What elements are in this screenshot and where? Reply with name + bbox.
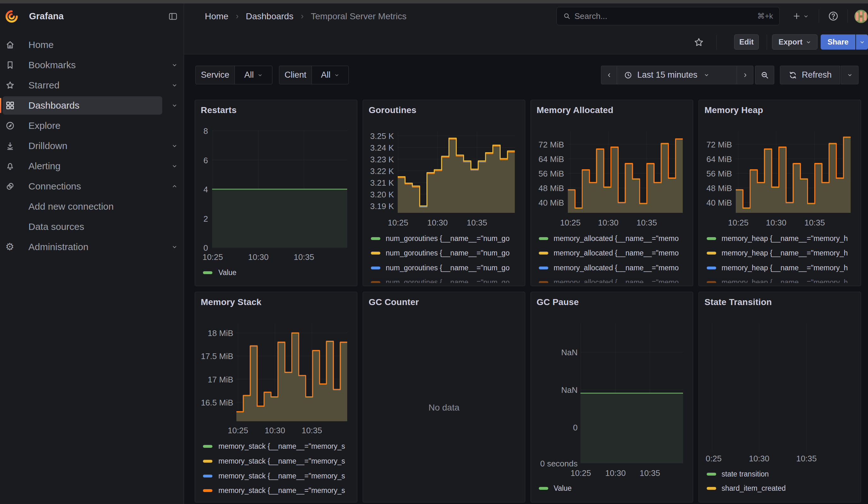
sidebar-item-label: Drilldown xyxy=(28,141,67,151)
breadcrumb-item[interactable]: Temporal Server Metrics xyxy=(311,11,406,21)
time-back-button[interactable] xyxy=(601,66,617,84)
y-axis-label: 64 MiB xyxy=(699,155,732,164)
legend-series-label: state transition xyxy=(722,470,769,479)
legend-series-label: num_goroutines {__name__="num_go xyxy=(386,234,509,243)
breadcrumb-item[interactable]: Dashboards xyxy=(246,11,293,21)
refresh-icon xyxy=(788,71,797,80)
service-filter-select[interactable]: All xyxy=(235,66,272,84)
legend-item[interactable]: memory_allocated {__name__="memo xyxy=(539,249,690,258)
legend-item[interactable]: memory_heap {__name__="memory_h xyxy=(707,249,858,258)
chevron-down-icon[interactable] xyxy=(172,143,177,149)
star-icon xyxy=(6,81,15,90)
legend-item[interactable]: Value xyxy=(539,484,690,493)
chevron-down-icon[interactable] xyxy=(172,244,177,250)
dashboard-toolbar xyxy=(184,29,868,54)
export-button[interactable]: Export xyxy=(772,34,817,50)
sidebar-item-bookmarks[interactable]: Bookmarks xyxy=(2,56,162,74)
legend-item[interactable]: Value xyxy=(203,268,354,277)
search-shortcut: ⌘+k xyxy=(757,12,773,21)
x-axis-label: 10:25 xyxy=(548,218,592,227)
sidebar-item-label: Explore xyxy=(28,120,61,131)
window-top-strip xyxy=(0,0,868,3)
share-button[interactable]: Share xyxy=(821,34,855,50)
legend-item[interactable]: num_goroutines {__name__="num_go xyxy=(371,249,522,258)
legend-item[interactable]: memory_stack {__name__="memory_s xyxy=(203,486,354,495)
panel-title[interactable]: GC Counter xyxy=(369,297,419,307)
legend-series-label: memory_allocated {__name__="memo xyxy=(554,249,679,257)
client-filter-value: All xyxy=(321,70,330,80)
breadcrumb-item[interactable]: Home xyxy=(205,11,228,21)
search-input[interactable]: Search...⌘+k xyxy=(557,7,779,25)
sidebar-item-home[interactable]: Home xyxy=(2,36,162,54)
x-axis-label: 10:35 xyxy=(282,253,326,261)
sidebar-item-drilldown[interactable]: Drilldown xyxy=(2,137,162,155)
toolbar-divider xyxy=(716,35,717,50)
refresh-button[interactable]: Refresh xyxy=(780,66,840,84)
legend-item[interactable]: num_goroutines {__name__="num_go xyxy=(371,263,522,272)
x-axis-label: 10:35 xyxy=(624,218,669,227)
legend-series-color xyxy=(539,267,548,269)
legend-item[interactable]: memory_stack {__name__="memory_s xyxy=(203,442,354,451)
dock-menu-icon[interactable] xyxy=(168,12,178,21)
legend-series-color xyxy=(707,252,716,255)
sidebar-item-connections[interactable]: Connections xyxy=(2,177,162,195)
star-dashboard-button[interactable] xyxy=(693,37,704,48)
breadcrumb-separator-icon xyxy=(300,14,305,19)
legend-item[interactable]: shard_item_created xyxy=(707,484,858,493)
chevron-down-icon[interactable] xyxy=(172,163,177,169)
legend-series-label: memory_stack {__name__="memory_s xyxy=(218,472,345,480)
y-axis-label: 40 MiB xyxy=(531,198,564,207)
legend-item[interactable]: memory_allocated {__name__="memo xyxy=(539,263,690,272)
sidebar-item-dashboards[interactable]: Dashboards xyxy=(2,96,162,115)
sidebar-item-explore[interactable]: Explore xyxy=(2,116,162,135)
x-axis-label: 10:35 xyxy=(455,218,499,227)
sidebar-item-administration[interactable]: ⚙Administration xyxy=(2,238,162,256)
chevron-down-icon[interactable] xyxy=(172,62,177,68)
y-axis-label: 6 xyxy=(195,156,208,165)
legend-series-label: memory_stack {__name__="memory_s xyxy=(218,486,345,495)
header-divider xyxy=(184,3,184,29)
chevron-down-icon[interactable] xyxy=(172,82,177,88)
sidebar-item-add-new-connection[interactable]: Add new connection xyxy=(2,197,162,216)
add-button[interactable] xyxy=(788,9,813,24)
legend-item[interactable]: memory_stack {__name__="memory_s xyxy=(203,457,354,465)
legend-item[interactable]: num_goroutines {__name__="num_go xyxy=(371,234,522,243)
x-axis-label: 10:30 xyxy=(737,454,781,463)
grafana-logo[interactable] xyxy=(4,9,19,24)
sidebar-item-alerting[interactable]: Alerting xyxy=(2,157,162,175)
legend-item[interactable]: state transition xyxy=(707,470,858,479)
time-forward-button[interactable] xyxy=(737,66,753,84)
chevron-down-icon xyxy=(847,72,852,78)
legend-series-label: memory_allocated {__name__="memo xyxy=(554,264,679,272)
y-axis-label: 64 MiB xyxy=(531,155,564,164)
brand-name: Grafana xyxy=(29,11,64,21)
x-axis-label: 10:35 xyxy=(793,218,837,227)
clock-icon xyxy=(624,71,632,79)
legend-item[interactable]: memory_heap {__name__="memory_h xyxy=(707,234,858,243)
legend-series-color xyxy=(203,489,213,492)
apps-icon xyxy=(6,101,15,110)
legend-series-color xyxy=(203,271,213,274)
sidebar-item-data-sources[interactable]: Data sources xyxy=(2,218,162,236)
sidebar-item-starred[interactable]: Starred xyxy=(2,76,162,94)
zoom-out-button[interactable] xyxy=(755,66,774,84)
search-icon xyxy=(563,12,571,20)
time-range-picker[interactable]: Last 15 minutes xyxy=(617,66,737,84)
chevron-right-icon xyxy=(742,72,748,78)
chevron-up-icon[interactable] xyxy=(172,184,177,189)
legend-item[interactable]: memory_allocated {__name__="memo xyxy=(539,234,690,243)
share-menu-button[interactable] xyxy=(856,34,868,50)
y-axis-label: 40 MiB xyxy=(699,198,732,207)
y-axis-label: 3.20 K xyxy=(363,190,394,199)
chevron-down-icon[interactable] xyxy=(172,103,177,108)
legend-item[interactable]: memory_heap {__name__="memory_h xyxy=(707,263,858,272)
legend-series-color xyxy=(371,237,380,240)
legend-item[interactable]: memory_stack {__name__="memory_s xyxy=(203,472,354,480)
refresh-interval-button[interactable] xyxy=(841,66,859,84)
panel-restarts: Restarts8642010:2510:3010:35Value xyxy=(195,100,357,286)
help-button[interactable] xyxy=(827,10,840,22)
avatar[interactable] xyxy=(855,10,868,23)
client-filter-select[interactable]: All xyxy=(311,66,349,84)
edit-button[interactable]: Edit xyxy=(734,34,759,50)
chevron-down-icon xyxy=(806,40,811,45)
